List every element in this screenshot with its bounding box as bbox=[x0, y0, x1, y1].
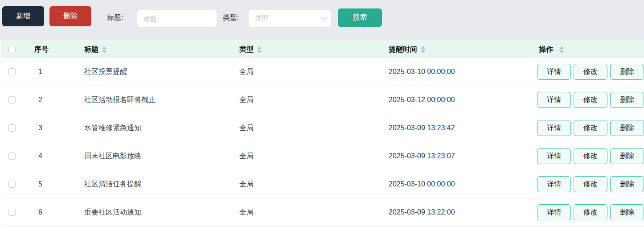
edit-button[interactable]: 修改 bbox=[574, 148, 607, 164]
row-checkbox[interactable] bbox=[8, 124, 16, 132]
row-title: 社区清洁任务提醒 bbox=[78, 180, 233, 189]
col-header-type[interactable]: 类型 bbox=[233, 45, 382, 54]
row-checkbox[interactable] bbox=[8, 68, 16, 75]
delete-row-button[interactable]: 删除 bbox=[610, 120, 644, 136]
edit-button[interactable]: 修改 bbox=[574, 204, 607, 220]
type-select-placeholder: 类型 bbox=[255, 14, 320, 23]
row-checkbox[interactable] bbox=[8, 96, 16, 103]
edit-button[interactable]: 修改 bbox=[574, 64, 607, 80]
add-button[interactable]: 新增 bbox=[2, 6, 44, 26]
detail-button[interactable]: 详情 bbox=[537, 92, 571, 108]
type-filter-select[interactable]: 类型 bbox=[249, 10, 331, 27]
row-type: 全局 bbox=[233, 180, 382, 189]
title-filter-label: 标题: bbox=[107, 0, 123, 41]
chevron-down-icon bbox=[320, 14, 327, 21]
col-header-actions[interactable]: 操作 bbox=[537, 45, 644, 54]
sort-icon[interactable] bbox=[559, 46, 564, 53]
table-row: 3 水管维修紧急通知 全局 2025-03-09 13:23:42 详情 修改 … bbox=[1, 114, 644, 142]
sort-icon[interactable] bbox=[421, 46, 425, 53]
row-index: 1 bbox=[28, 68, 78, 76]
row-type: 全局 bbox=[233, 124, 382, 133]
delete-row-button[interactable]: 删除 bbox=[610, 204, 644, 220]
edit-button[interactable]: 修改 bbox=[574, 176, 607, 192]
row-title: 周末社区电影放映 bbox=[78, 152, 233, 161]
row-time: 2025-03-09 13:23:07 bbox=[382, 152, 537, 160]
row-type: 全局 bbox=[233, 67, 382, 77]
table-row: 5 社区清洁任务提醒 全局 2025-03-10 00:00:00 详情 修改 … bbox=[1, 170, 644, 198]
detail-button[interactable]: 详情 bbox=[537, 176, 571, 192]
table-header-row: 序号 标题 类型 提醒时间 操作 bbox=[1, 41, 644, 58]
detail-button[interactable]: 详情 bbox=[537, 204, 571, 220]
search-button[interactable]: 搜索 bbox=[338, 8, 382, 27]
delete-button[interactable]: 删除 bbox=[49, 6, 91, 26]
col-header-index: 序号 bbox=[34, 45, 49, 54]
row-time: 2025-03-09 13:22:00 bbox=[382, 208, 537, 216]
row-index: 5 bbox=[28, 180, 78, 188]
type-filter-label: 类型: bbox=[223, 0, 239, 41]
row-title: 水管维修紧急通知 bbox=[78, 124, 233, 133]
row-title: 重要社区活动通知 bbox=[78, 208, 233, 217]
sort-icon[interactable] bbox=[257, 46, 262, 53]
row-index: 2 bbox=[28, 96, 78, 104]
toolbar: 新增 删除 标题: 类型: 类型 搜索 bbox=[0, 0, 644, 41]
col-header-time[interactable]: 提醒时间 bbox=[382, 45, 537, 54]
sort-icon[interactable] bbox=[102, 46, 107, 53]
table-row: 6 重要社区活动通知 全局 2025-03-09 13:22:00 详情 修改 … bbox=[1, 198, 644, 227]
row-time: 2025-03-10 00:00:00 bbox=[382, 68, 537, 76]
detail-button[interactable]: 详情 bbox=[537, 148, 571, 164]
reminder-table: 序号 标题 类型 提醒时间 操作 1 社区投票提醒 全局 bbox=[1, 41, 644, 227]
row-checkbox[interactable] bbox=[8, 181, 16, 188]
table-row: 4 周末社区电影放映 全局 2025-03-09 13:23:07 详情 修改 … bbox=[1, 142, 644, 170]
select-all-checkbox[interactable] bbox=[8, 46, 16, 53]
table-row: 1 社区投票提醒 全局 2025-03-10 00:00:00 详情 修改 删除 bbox=[1, 58, 644, 86]
page: 新增 删除 标题: 类型: 类型 搜索 序号 标题 类型 bbox=[0, 0, 644, 227]
row-type: 全局 bbox=[233, 208, 382, 217]
row-index: 3 bbox=[28, 124, 78, 132]
row-type: 全局 bbox=[233, 152, 382, 161]
delete-row-button[interactable]: 删除 bbox=[610, 64, 644, 80]
edit-button[interactable]: 修改 bbox=[574, 120, 607, 136]
row-checkbox[interactable] bbox=[8, 153, 16, 160]
edit-button[interactable]: 修改 bbox=[574, 92, 607, 108]
delete-row-button[interactable]: 删除 bbox=[610, 176, 644, 192]
delete-row-button[interactable]: 删除 bbox=[610, 148, 644, 164]
row-title: 社区活动报名即将截止 bbox=[78, 95, 233, 105]
detail-button[interactable]: 详情 bbox=[537, 64, 571, 80]
row-time: 2025-03-12 00:00:00 bbox=[382, 96, 537, 104]
col-header-title[interactable]: 标题 bbox=[78, 45, 233, 54]
detail-button[interactable]: 详情 bbox=[537, 120, 571, 136]
row-type: 全局 bbox=[233, 95, 382, 105]
delete-row-button[interactable]: 删除 bbox=[610, 92, 644, 108]
row-time: 2025-03-09 13:23:42 bbox=[382, 124, 537, 132]
row-time: 2025-03-10 00:00:00 bbox=[382, 180, 537, 188]
row-index: 6 bbox=[28, 208, 78, 216]
row-index: 4 bbox=[28, 152, 78, 160]
row-title: 社区投票提醒 bbox=[78, 67, 233, 77]
table-row: 2 社区活动报名即将截止 全局 2025-03-12 00:00:00 详情 修… bbox=[1, 86, 644, 114]
title-filter-input[interactable] bbox=[137, 10, 217, 27]
row-checkbox[interactable] bbox=[8, 209, 16, 216]
